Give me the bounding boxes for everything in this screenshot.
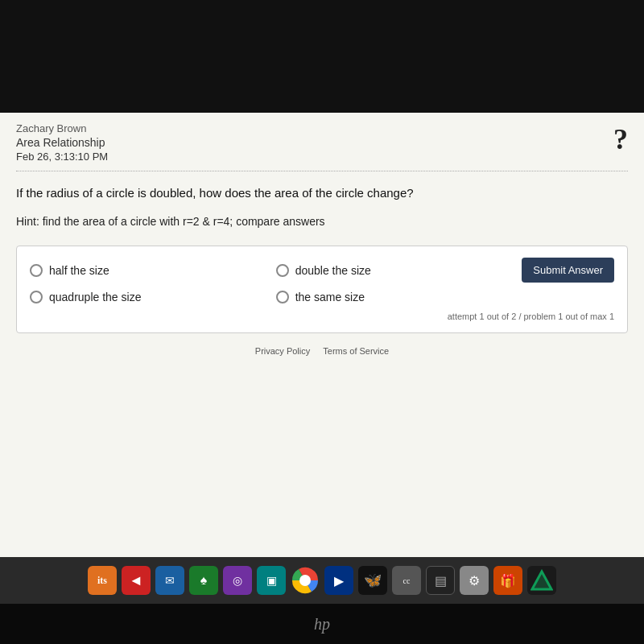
attempt-text: attempt 1 out of 2 / problem 1 out of ma…	[30, 312, 614, 321]
hp-logo: hp	[314, 615, 330, 634]
taskbar-icon-chrome[interactable]	[291, 566, 320, 595]
taskbar-icon-app2[interactable]: ◎	[223, 566, 252, 595]
taskbar-icon-cc[interactable]: cc	[392, 566, 421, 595]
option-half-size-label: half the size	[49, 264, 109, 277]
option-double-size-label: double the size	[295, 264, 371, 277]
taskbar-icon-settings[interactable]: ⚙	[460, 566, 489, 595]
footer: Privacy Policy Terms of Service	[16, 333, 628, 362]
option-half-size[interactable]: half the size	[30, 264, 260, 277]
taskbar-icon-gift[interactable]: 🎁	[493, 566, 522, 595]
radio-same-size[interactable]	[276, 291, 289, 303]
screen: Zachary Brown Area Relationship Feb 26, …	[0, 0, 644, 644]
option-same-size-label: the same size	[295, 291, 365, 303]
header-section: Zachary Brown Area Relationship Feb 26, …	[16, 122, 628, 171]
submission-date: Feb 26, 3:13:10 PM	[16, 151, 628, 163]
help-icon[interactable]: ?	[613, 122, 628, 156]
option-quadruple-size[interactable]: quadruple the size	[30, 291, 260, 303]
radio-half-size[interactable]	[30, 264, 43, 277]
taskbar-icon-its[interactable]: its	[88, 566, 117, 595]
option-quadruple-size-label: quadruple the size	[49, 291, 141, 303]
svg-marker-3	[532, 572, 551, 589]
bottom-bar: hp	[0, 604, 644, 644]
options-grid: half the size double the size Submit Ans…	[30, 258, 614, 303]
svg-point-1	[299, 575, 311, 586]
taskbar-icon-app1[interactable]: ♠	[189, 566, 218, 595]
taskbar-icon-app3[interactable]: ▣	[257, 566, 286, 595]
main-content: Zachary Brown Area Relationship Feb 26, …	[0, 113, 644, 557]
question-main: If the radius of a circle is doubled, ho…	[16, 184, 628, 203]
taskbar-icon-back[interactable]: ◄	[122, 566, 151, 595]
assignment-title: Area Relationship	[16, 136, 628, 149]
taskbar-icon-butterfly[interactable]: 🦋	[358, 566, 387, 595]
option-same-size[interactable]: the same size	[276, 291, 506, 303]
student-name: Zachary Brown	[16, 122, 628, 134]
terms-of-service-link[interactable]: Terms of Service	[323, 346, 389, 356]
radio-quadruple-size[interactable]	[30, 291, 43, 303]
taskbar-icon-mail[interactable]: ✉	[155, 566, 184, 595]
option-double-size[interactable]: double the size	[276, 264, 506, 277]
question-hint: Hint: find the area of a circle with r=2…	[16, 214, 628, 230]
taskbar-icon-files[interactable]: ▤	[426, 566, 455, 595]
taskbar-icon-play[interactable]: ▶	[324, 566, 353, 595]
taskbar-icon-triangle[interactable]	[527, 566, 556, 595]
submit-button[interactable]: Submit Answer	[522, 258, 614, 283]
radio-double-size[interactable]	[276, 264, 289, 277]
answer-box: half the size double the size Submit Ans…	[16, 246, 628, 333]
top-bar	[0, 0, 644, 113]
taskbar: its ◄ ✉ ♠ ◎ ▣ ▶ 🦋 cc ▤ ⚙ 🎁	[0, 557, 644, 604]
privacy-policy-link[interactable]: Privacy Policy	[255, 346, 310, 356]
